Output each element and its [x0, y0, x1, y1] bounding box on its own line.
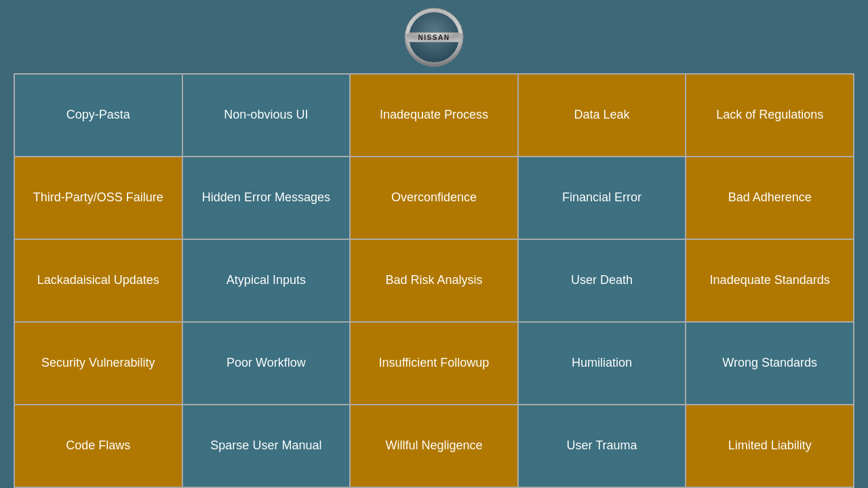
grid-cell-r2-c1: Atypical Inputs — [183, 240, 351, 323]
grid-cell-r0-c3: Data Leak — [519, 75, 687, 157]
grid-cell-r1-c3: Financial Error — [519, 157, 687, 240]
grid-cell-r3-c1: Poor Workflow — [183, 323, 351, 405]
grid-cell-r1-c0: Third-Party/OSS Failure — [15, 157, 183, 240]
grid-cell-r3-c3: Humiliation — [519, 323, 687, 405]
grid-cell-r0-c2: Inadequate Process — [351, 75, 519, 157]
svg-text:NISSAN: NISSAN — [418, 34, 450, 41]
grid-cell-r2-c2: Bad Risk Analysis — [351, 240, 519, 323]
grid-cell-r0-c0: Copy-Pasta — [15, 75, 183, 157]
table-wrapper: Copy-PastaNon-obvious UIInadequate Proce… — [14, 73, 854, 488]
grid-cell-r4-c4: Limited Liability — [686, 405, 854, 488]
grid-cell-r4-c2: Willful Negligence — [351, 405, 519, 488]
grid-cell-r2-c4: Inadequate Standards — [686, 240, 854, 323]
grid-cell-r0-c1: Non-obvious UI — [183, 75, 351, 157]
nissan-logo-icon: NISSAN — [403, 7, 465, 68]
grid-cell-r1-c4: Bad Adherence — [686, 157, 854, 240]
grid-cell-r2-c0: Lackadaisical Updates — [15, 240, 183, 323]
grid-cell-r1-c2: Overconfidence — [351, 157, 519, 240]
logo-area: NISSAN — [403, 0, 465, 73]
grid-cell-r0-c4: Lack of Regulations — [686, 75, 854, 157]
grid-cell-r3-c4: Wrong Standards — [686, 323, 854, 405]
grid-cell-r3-c0: Security Vulnerability — [15, 323, 183, 405]
grid-cell-r4-c1: Sparse User Manual — [183, 405, 351, 488]
grid-cell-r3-c2: Insufficient Followup — [351, 323, 519, 405]
grid-cell-r4-c0: Code Flaws — [15, 405, 183, 488]
grid: Copy-PastaNon-obvious UIInadequate Proce… — [14, 73, 854, 488]
grid-cell-r4-c3: User Trauma — [519, 405, 687, 488]
grid-cell-r1-c1: Hidden Error Messages — [183, 157, 351, 240]
grid-cell-r2-c3: User Death — [519, 240, 687, 323]
